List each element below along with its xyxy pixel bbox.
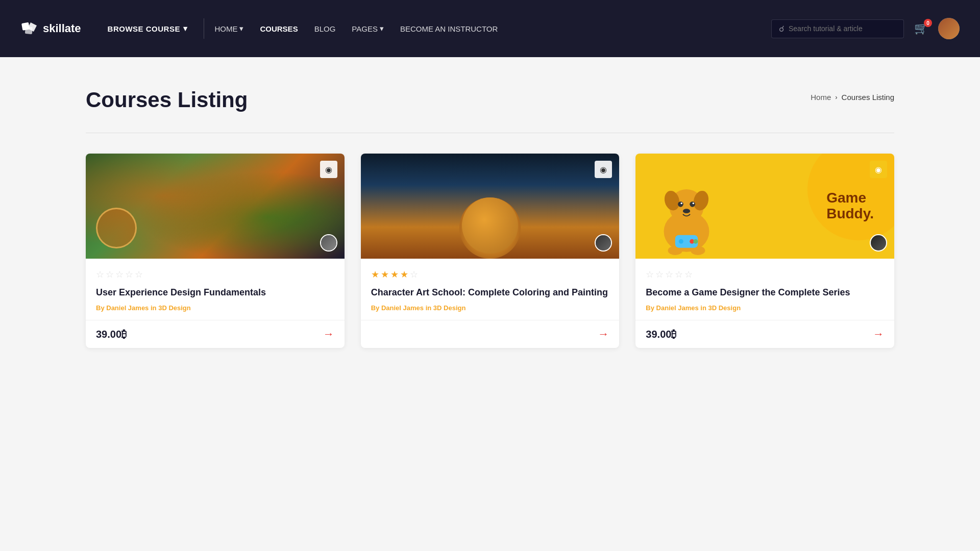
course-card-1: ◉ ☆ ☆ ☆ ☆ ☆ User Experience Design Funda… [86, 154, 345, 348]
search-box[interactable]: ☌ [771, 19, 904, 38]
courses-grid: ◉ ☆ ☆ ☆ ☆ ☆ User Experience Design Funda… [86, 154, 894, 348]
course-meta-2: By Daniel James in 3D Design [371, 304, 609, 312]
breadcrumb-separator: › [835, 93, 837, 101]
svg-point-8 [690, 202, 696, 207]
course-title-2: Character Art School: Complete Coloring … [371, 286, 609, 299]
cart-button[interactable]: 🛒 0 [914, 22, 928, 35]
star-1-5: ☆ [135, 269, 143, 280]
nav-links: HOME ▾ COURSES BLOG PAGES ▾ BECOME AN IN… [214, 24, 771, 33]
logo-icon [20, 19, 39, 38]
logo-text: skillate [43, 22, 81, 35]
nav-become-instructor[interactable]: BECOME AN INSTRUCTOR [400, 24, 498, 33]
card-body-2: ★ ★ ★ ★ ☆ Character Art School: Complete… [361, 259, 620, 312]
star-2-4: ★ [400, 269, 408, 280]
divider [86, 133, 894, 133]
course-title-1: User Experience Design Fundamentals [96, 286, 334, 299]
star-1-2: ☆ [106, 269, 114, 280]
breadcrumb-current: Courses Listing [842, 93, 894, 102]
game-buddy-text: GameBuddy. [826, 190, 874, 222]
instructor-avatar-1 [320, 234, 337, 252]
card-body-1: ☆ ☆ ☆ ☆ ☆ User Experience Design Fundame… [86, 259, 345, 312]
card-image-wrap-1: ◉ [86, 154, 345, 259]
star-2-2: ★ [381, 269, 389, 280]
rating-stars-1: ☆ ☆ ☆ ☆ ☆ [96, 269, 334, 280]
breadcrumb: Home › Courses Listing [811, 93, 894, 102]
instructor-avatar-3 [870, 234, 887, 252]
card-footer-3: 39.00₿ → [635, 320, 894, 348]
course-image-3: GameBuddy. [635, 154, 894, 259]
svg-point-7 [678, 202, 683, 207]
course-arrow-2[interactable]: → [598, 328, 609, 341]
rating-stars-3: ☆ ☆ ☆ ☆ ☆ [646, 269, 884, 280]
course-card-3: GameBuddy. ◉ ☆ ☆ ☆ ☆ ☆ Become a Game Des… [635, 154, 894, 348]
svg-point-15 [679, 239, 683, 244]
course-price-1: 39.00₿ [96, 329, 127, 340]
svg-point-17 [694, 239, 698, 244]
navbar: skillate BROWSE COURSE ▾ HOME ▾ COURSES … [0, 0, 980, 57]
course-category-2: 3D Design [433, 304, 466, 312]
course-category-3: 3D Design [708, 304, 741, 312]
card-image-wrap-3: GameBuddy. ◉ [635, 154, 894, 259]
browse-course-button[interactable]: BROWSE COURSE ▾ [102, 24, 194, 33]
card-body-3: ☆ ☆ ☆ ☆ ☆ Become a Game Designer the Com… [635, 259, 894, 312]
dog-illustration [651, 177, 722, 259]
star-1-1: ☆ [96, 269, 104, 280]
course-card-2: ◉ ★ ★ ★ ★ ☆ Character Art School: Comple… [361, 154, 620, 348]
nav-right: ☌ 🛒 0 [771, 18, 960, 39]
nav-divider [204, 18, 204, 39]
svg-point-10 [693, 203, 695, 205]
course-category-1: 3D Design [158, 304, 191, 312]
nav-blog[interactable]: BLOG [314, 24, 336, 33]
course-meta-3: By Daniel James in 3D Design [646, 304, 884, 312]
svg-point-11 [683, 209, 690, 213]
bookmark-button-2[interactable]: ◉ [595, 161, 612, 178]
star-2-1: ★ [371, 269, 379, 280]
chevron-down-icon: ▾ [380, 24, 384, 33]
svg-point-9 [681, 203, 683, 205]
course-arrow-1[interactable]: → [323, 328, 334, 341]
star-1-4: ☆ [125, 269, 133, 280]
star-2-5: ☆ [410, 269, 418, 280]
star-3-5: ☆ [684, 269, 693, 280]
course-price-3: 39.00₿ [646, 329, 676, 340]
course-image-2 [361, 154, 620, 259]
avatar[interactable] [938, 18, 960, 39]
card-footer-2: → [361, 320, 620, 348]
logo[interactable]: skillate [20, 19, 81, 38]
course-arrow-3[interactable]: → [873, 328, 884, 341]
bookmark-button-3[interactable]: ◉ [870, 161, 887, 178]
star-3-2: ☆ [655, 269, 664, 280]
nav-courses[interactable]: COURSES [260, 24, 298, 33]
browse-course-label: BROWSE COURSE [108, 24, 180, 33]
course-image-1 [86, 154, 345, 259]
star-3-3: ☆ [665, 269, 673, 280]
search-icon: ☌ [779, 24, 785, 34]
card-footer-1: 39.00₿ → [86, 320, 345, 348]
main-content: Courses Listing Home › Courses Listing ◉ [0, 57, 980, 551]
nav-home[interactable]: HOME ▾ [214, 24, 243, 33]
star-2-3: ★ [390, 269, 399, 280]
chevron-down-icon: ▾ [183, 24, 188, 33]
page-header: Courses Listing Home › Courses Listing [86, 88, 894, 112]
breadcrumb-home[interactable]: Home [811, 93, 831, 102]
star-3-1: ☆ [646, 269, 654, 280]
star-1-3: ☆ [115, 269, 124, 280]
star-3-4: ☆ [675, 269, 683, 280]
course-author-2: Daniel James [381, 304, 424, 312]
avatar-image [938, 18, 960, 39]
chevron-down-icon: ▾ [239, 24, 243, 33]
rating-stars-2: ★ ★ ★ ★ ☆ [371, 269, 609, 280]
cart-badge: 0 [924, 19, 932, 27]
course-title-3: Become a Game Designer the Complete Seri… [646, 286, 884, 299]
bookmark-button-1[interactable]: ◉ [320, 161, 337, 178]
search-input[interactable] [789, 24, 896, 33]
course-author-1: Daniel James [106, 304, 149, 312]
course-meta-1: By Daniel James in 3D Design [96, 304, 334, 312]
page-title: Courses Listing [86, 88, 248, 112]
course-author-3: Daniel James [656, 304, 699, 312]
card-image-wrap-2: ◉ [361, 154, 620, 259]
nav-pages[interactable]: PAGES ▾ [352, 24, 384, 33]
